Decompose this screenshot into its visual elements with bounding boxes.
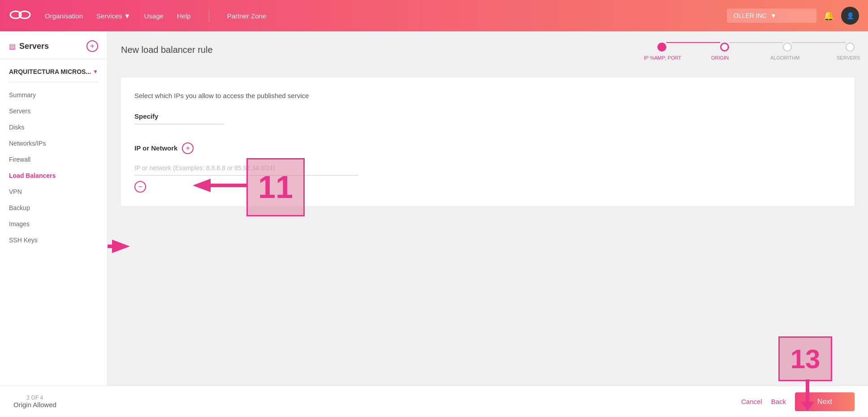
main-content: New load balancer rule IP %AMP; PORT ORI… xyxy=(108,31,868,417)
step-label-3: ALGORITHM xyxy=(770,55,799,60)
remove-ip-button[interactable]: − xyxy=(134,181,146,193)
nav-usage[interactable]: Usage xyxy=(144,12,163,20)
annotation-12-arrow xyxy=(108,240,130,255)
sidebar-item-load-balancers[interactable]: Load Balancers xyxy=(0,168,107,184)
org-divider xyxy=(9,82,98,82)
form-card: Select which IPs you allow to access the… xyxy=(121,77,855,206)
cancel-button[interactable]: Cancel xyxy=(741,398,762,405)
org-dropdown-arrow: ▼ xyxy=(770,12,777,19)
header-right: OLLER INC ▼ 🔔 👤 xyxy=(727,7,859,25)
sidebar-item-servers[interactable]: Servers xyxy=(0,103,107,119)
sidebar-nav: Summary Servers Disks Networks/IPs Firew… xyxy=(0,87,107,248)
svg-rect-4 xyxy=(108,245,112,248)
next-button[interactable]: Next xyxy=(795,392,855,411)
sidebar-item-networks-ips[interactable]: Networks/IPs xyxy=(0,135,107,151)
org-dropdown-icon: ▼ xyxy=(93,69,98,75)
sidebar-item-images[interactable]: Images xyxy=(0,216,107,232)
footer-actions: Cancel Back Next xyxy=(741,392,855,411)
nav-divider xyxy=(209,9,209,22)
org-name-label: OLLER INC xyxy=(734,12,767,19)
step-origin: ORIGIN xyxy=(720,43,729,52)
footer-step-number: 2 OF 4 xyxy=(13,395,56,401)
step-label-2: ORIGIN xyxy=(711,55,729,60)
user-avatar[interactable]: 👤 xyxy=(841,7,859,25)
step-circle-3 xyxy=(783,43,792,52)
specify-label: Specify xyxy=(134,112,224,125)
back-button[interactable]: Back xyxy=(771,398,786,405)
org-name-text: ARQUITECTURA MICROS... xyxy=(9,68,91,75)
servers-icon: ▤ xyxy=(9,42,16,51)
sidebar-item-ssh-keys[interactable]: SSH Keys xyxy=(0,232,107,248)
nav-help[interactable]: Help xyxy=(177,12,191,20)
specify-field: Specify xyxy=(134,112,841,133)
step-label-4: SERVERS xyxy=(837,55,860,60)
step-line-2 xyxy=(729,42,783,43)
ip-network-input[interactable] xyxy=(134,161,358,176)
footer-step-name: Origin Allowed xyxy=(13,401,56,408)
step-line-1 xyxy=(666,42,720,43)
sidebar-item-backup[interactable]: Backup xyxy=(0,200,107,216)
sidebar-item-vpn[interactable]: VPN xyxy=(0,184,107,200)
logo[interactable] xyxy=(9,6,31,26)
step-circle-2 xyxy=(720,43,729,52)
sidebar-item-firewall[interactable]: Firewall xyxy=(0,151,107,168)
app-layout: ▤ Servers + ARQUITECTURA MICROS... ▼ Sum… xyxy=(0,31,868,417)
nav-organisation[interactable]: Organisation xyxy=(45,12,83,20)
step-servers: SERVERS xyxy=(846,43,855,52)
notification-bell-icon[interactable]: 🔔 xyxy=(823,10,834,21)
sidebar-item-summary[interactable]: Summary xyxy=(0,87,107,103)
footer-step-info: 2 OF 4 Origin Allowed xyxy=(13,395,56,408)
step-algorithm: ALGORITHM xyxy=(783,43,792,52)
nav-services[interactable]: Services ▼ xyxy=(96,12,130,20)
org-selector[interactable]: OLLER INC ▼ xyxy=(727,9,816,23)
progress-steps: IP %AMP; PORT ORIGIN ALGORITHM SERVERS xyxy=(657,43,855,52)
nav-partner-zone[interactable]: Partner Zone xyxy=(227,12,267,20)
sidebar-icons: ▤ Servers xyxy=(9,42,49,51)
step-label-1: IP %AMP; PORT xyxy=(644,55,681,60)
ip-network-label: IP or Network xyxy=(134,144,177,152)
sidebar: ▤ Servers + ARQUITECTURA MICROS... ▼ Sum… xyxy=(0,31,108,417)
footer: 2 OF 4 Origin Allowed Cancel Back Next 1… xyxy=(0,386,868,417)
org-name-section[interactable]: ARQUITECTURA MICROS... ▼ xyxy=(0,64,107,80)
sidebar-item-disks[interactable]: Disks xyxy=(0,119,107,135)
sidebar-add-button[interactable]: + xyxy=(86,40,98,52)
ip-network-header: IP or Network + xyxy=(134,142,841,154)
step-ip-port: IP %AMP; PORT xyxy=(657,43,666,52)
svg-marker-5 xyxy=(112,240,130,253)
sidebar-header: ▤ Servers + xyxy=(0,40,107,59)
step-circle-1 xyxy=(657,43,666,52)
step-circle-4 xyxy=(846,43,855,52)
form-description: Select which IPs you allow to access the… xyxy=(134,91,841,101)
step-line-3 xyxy=(792,42,846,43)
add-ip-button[interactable]: + xyxy=(182,142,194,154)
ip-network-section: IP or Network + − xyxy=(134,142,841,193)
main-nav: Organisation Services ▼ Usage Help Partn… xyxy=(45,9,727,22)
sidebar-title: Servers xyxy=(19,42,49,51)
app-header: Organisation Services ▼ Usage Help Partn… xyxy=(0,0,868,31)
